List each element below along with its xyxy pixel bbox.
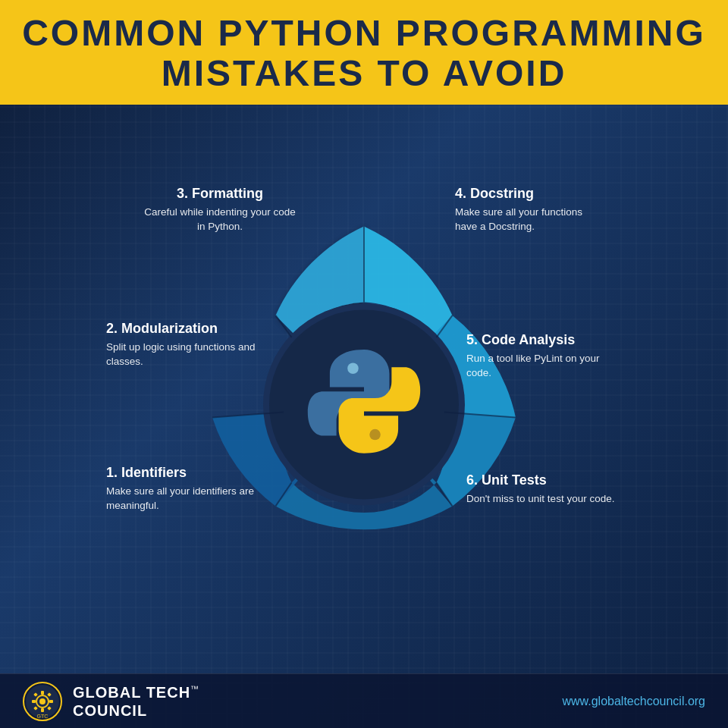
- svg-rect-11: [41, 691, 44, 695]
- formatting-label: 3. Formatting Careful while indenting yo…: [144, 186, 296, 235]
- identifiers-label: 1. Identifiers Make sure all your identi…: [106, 465, 258, 514]
- modularization-title: 2. Modularization: [106, 321, 258, 337]
- svg-rect-13: [32, 700, 36, 703]
- formatting-desc: Careful while indenting your code in Pyt…: [144, 206, 296, 233]
- docstring-title: 4. Docstring: [455, 186, 599, 202]
- python-top-dot: [347, 362, 359, 374]
- main-content: 3. Formatting Careful while indenting yo…: [0, 105, 728, 681]
- identifiers-desc: Make sure all your identifiers are meani…: [106, 485, 254, 512]
- header: COMMON PYTHON PROGRAMMING MISTAKES TO AV…: [0, 0, 728, 105]
- identifiers-title: 1. Identifiers: [106, 465, 258, 481]
- formatting-title: 3. Formatting: [144, 186, 296, 202]
- docstring-desc: Make sure all your functions have a Docs…: [455, 206, 582, 233]
- brand-name: GLOBAL TECH™COUNCIL: [73, 683, 199, 720]
- code-analysis-desc: Run a tool like PyLint on your code.: [466, 353, 600, 379]
- brand-container: GTC GLOBAL TECH™COUNCIL: [23, 682, 199, 721]
- diagram: 3. Formatting Careful while indenting yo…: [99, 139, 629, 654]
- unit-tests-label: 6. Unit Tests Don't miss to unit test yo…: [466, 472, 618, 507]
- unit-tests-title: 6. Unit Tests: [466, 472, 618, 488]
- brand-logo: GTC: [23, 682, 62, 721]
- modularization-desc: Split up logic using functions and class…: [106, 341, 256, 368]
- docstring-label: 4. Docstring Make sure all your function…: [455, 186, 599, 235]
- website-url: www.globaltechcouncil.org: [562, 695, 705, 708]
- brand-text: GLOBAL TECH™COUNCIL: [73, 683, 199, 720]
- code-analysis-label: 5. Code Analysis Run a tool like PyLint …: [466, 332, 618, 381]
- header-title: COMMON PYTHON PROGRAMMING MISTAKES TO AV…: [15, 14, 713, 94]
- python-logo: [303, 340, 425, 462]
- svg-text:GTC: GTC: [37, 714, 49, 719]
- svg-point-10: [39, 698, 46, 704]
- footer: GTC GLOBAL TECH™COUNCIL www.globaltechco…: [0, 673, 728, 728]
- modularization-label: 2. Modularization Split up logic using f…: [106, 321, 258, 370]
- python-bottom-dot: [369, 428, 381, 440]
- svg-rect-12: [41, 708, 44, 712]
- svg-rect-14: [49, 700, 53, 703]
- code-analysis-title: 5. Code Analysis: [466, 332, 618, 348]
- unit-tests-desc: Don't miss to unit test your code.: [466, 493, 614, 504]
